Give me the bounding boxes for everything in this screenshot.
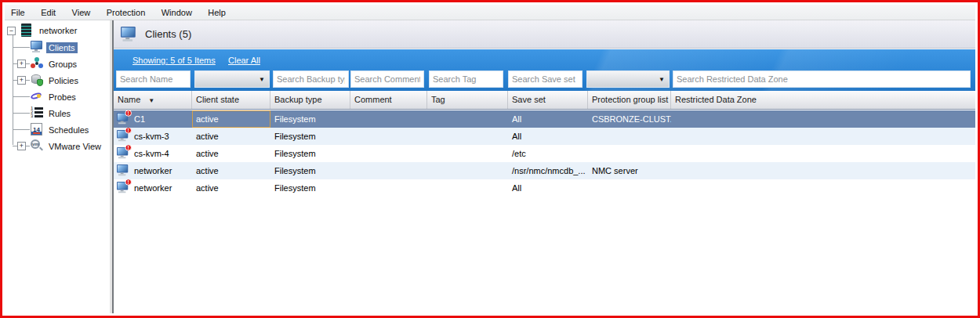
client-state-filter-dropdown[interactable]: ▼ bbox=[194, 70, 270, 88]
restricted-data-zone-cell[interactable] bbox=[671, 128, 975, 145]
alert-icon: ! bbox=[125, 128, 132, 134]
expand-toggle-icon[interactable]: + bbox=[17, 60, 26, 68]
protection-group-cell[interactable]: CSBRONZE-CLUST... bbox=[588, 110, 671, 128]
expand-toggle-icon[interactable]: + bbox=[17, 142, 26, 150]
restricted-data-zone-cell[interactable] bbox=[671, 162, 975, 179]
tag-cell[interactable] bbox=[427, 162, 508, 179]
protection-group-cell[interactable] bbox=[588, 179, 671, 197]
client-name-cell[interactable]: ! networker bbox=[114, 162, 192, 179]
client-name-cell[interactable]: ! cs-kvm-4 bbox=[114, 145, 192, 162]
client-icon: ! bbox=[117, 182, 129, 193]
column-header-name[interactable]: Name▼ bbox=[114, 91, 192, 109]
client-state-cell[interactable]: active bbox=[192, 162, 270, 179]
save-set-cell[interactable]: All bbox=[508, 179, 588, 197]
collapse-toggle-icon[interactable]: − bbox=[7, 27, 16, 35]
search-save-set-input[interactable] bbox=[508, 70, 583, 88]
menu-file[interactable]: File bbox=[5, 5, 31, 21]
table-row[interactable]: ! networker active Filesystem All bbox=[114, 179, 975, 197]
client-name-cell[interactable]: ! networker bbox=[114, 179, 192, 197]
sidebar-item-policies[interactable]: + Policies bbox=[5, 72, 110, 89]
search-name-input[interactable] bbox=[116, 70, 191, 88]
alert-icon: ! bbox=[125, 145, 132, 151]
chevron-down-icon: ▼ bbox=[259, 77, 265, 83]
table-row[interactable]: ! cs-kvm-3 active Filesystem All bbox=[114, 128, 975, 145]
comment-cell[interactable] bbox=[350, 128, 427, 145]
column-header-tag[interactable]: Tag bbox=[427, 91, 508, 109]
column-header-restricted-data-zone[interactable]: Restricted Data Zone bbox=[671, 91, 975, 109]
clients-table: ! C1 active Filesystem All CSBRONZE-CLUS… bbox=[114, 110, 975, 197]
table-row[interactable]: ! cs-kvm-4 active Filesystem /etc bbox=[114, 145, 975, 162]
app-window: File Edit View Protection Window Help − … bbox=[0, 0, 980, 318]
clear-all-link[interactable]: Clear All bbox=[228, 56, 260, 65]
save-set-cell[interactable]: /nsr/nmc/nmcdb_... bbox=[508, 162, 588, 179]
protection-group-filter-dropdown[interactable]: ▼ bbox=[586, 70, 670, 88]
tree-root-networker[interactable]: − networker bbox=[5, 23, 110, 38]
navigation-tree-panel: − networker Clients + Groups bbox=[5, 20, 112, 313]
client-icon: ! bbox=[117, 113, 129, 124]
table-header-row: Name▼ Client state Backup type Comment T… bbox=[114, 91, 975, 110]
save-set-cell[interactable]: /etc bbox=[508, 145, 588, 162]
restricted-data-zone-cell[interactable] bbox=[671, 145, 975, 162]
server-icon bbox=[21, 23, 34, 37]
search-tag-input[interactable] bbox=[429, 70, 503, 88]
tag-cell[interactable] bbox=[427, 128, 508, 145]
save-set-cell[interactable]: All bbox=[508, 110, 588, 128]
table-row[interactable]: ! C1 active Filesystem All CSBRONZE-CLUS… bbox=[114, 110, 975, 128]
search-restricted-data-zone-input[interactable] bbox=[673, 70, 971, 88]
protection-group-cell[interactable] bbox=[588, 128, 671, 145]
sidebar-item-rules[interactable]: 1 2 3 Rules bbox=[5, 105, 110, 121]
column-header-backup-type[interactable]: Backup type bbox=[270, 91, 350, 109]
backup-type-cell[interactable]: Filesystem bbox=[270, 128, 350, 145]
client-state-cell[interactable]: active bbox=[192, 110, 270, 128]
search-backup-type-input[interactable] bbox=[273, 70, 349, 88]
comment-cell[interactable] bbox=[350, 145, 427, 162]
tag-cell[interactable] bbox=[427, 110, 508, 128]
column-header-comment[interactable]: Comment bbox=[350, 91, 427, 109]
restricted-data-zone-cell[interactable] bbox=[671, 179, 975, 197]
sidebar-item-label: Clients bbox=[46, 42, 78, 53]
sidebar-item-groups[interactable]: + Groups bbox=[5, 56, 110, 72]
menu-help[interactable]: Help bbox=[201, 5, 232, 21]
backup-type-cell[interactable]: Filesystem bbox=[270, 162, 350, 179]
client-icon: ! bbox=[117, 130, 129, 141]
alert-icon: ! bbox=[125, 179, 132, 186]
sidebar-item-label: VMware View bbox=[46, 141, 103, 152]
client-icon: ! bbox=[117, 164, 129, 175]
column-header-save-set[interactable]: Save set bbox=[508, 91, 588, 109]
save-set-cell[interactable]: All bbox=[508, 128, 588, 145]
search-comment-input[interactable] bbox=[350, 70, 424, 88]
sidebar-item-probes[interactable]: Probes bbox=[5, 89, 110, 105]
client-state-cell[interactable]: active bbox=[192, 179, 270, 197]
backup-type-cell[interactable]: Filesystem bbox=[270, 145, 350, 162]
restricted-data-zone-cell[interactable] bbox=[671, 110, 975, 128]
clients-monitor-icon bbox=[31, 41, 44, 54]
client-name-cell[interactable]: ! C1 bbox=[114, 110, 192, 128]
sidebar-item-vmware-view[interactable]: + vm VMware View bbox=[5, 138, 110, 154]
sidebar-item-schedules[interactable]: 14 Schedules bbox=[5, 121, 110, 138]
comment-cell[interactable] bbox=[350, 110, 427, 128]
probes-icon bbox=[31, 90, 44, 103]
expand-toggle-icon[interactable]: + bbox=[17, 76, 26, 85]
column-header-client-state[interactable]: Client state bbox=[192, 91, 270, 109]
tag-cell[interactable] bbox=[427, 179, 508, 197]
backup-type-cell[interactable]: Filesystem bbox=[270, 110, 350, 128]
client-name-cell[interactable]: ! cs-kvm-3 bbox=[114, 128, 192, 145]
comment-cell[interactable] bbox=[350, 179, 427, 197]
tag-cell[interactable] bbox=[427, 145, 508, 162]
protection-group-cell[interactable] bbox=[588, 145, 671, 162]
policies-icon bbox=[31, 74, 44, 87]
table-row[interactable]: ! networker active Filesystem /nsr/nmc/n… bbox=[114, 162, 975, 179]
menu-edit[interactable]: Edit bbox=[34, 5, 62, 21]
client-state-cell[interactable]: active bbox=[192, 128, 270, 145]
backup-type-cell[interactable]: Filesystem bbox=[270, 179, 350, 197]
comment-cell[interactable] bbox=[350, 162, 427, 179]
menu-protection[interactable]: Protection bbox=[100, 5, 152, 21]
column-header-protection-group-list[interactable]: Protection group list bbox=[588, 91, 671, 109]
menu-view[interactable]: View bbox=[66, 5, 97, 21]
showing-items-link[interactable]: Showing: 5 of 5 Items bbox=[132, 56, 216, 65]
client-state-cell[interactable]: active bbox=[192, 145, 270, 162]
protection-group-cell[interactable]: NMC server bbox=[588, 162, 671, 179]
tree-root-label: networker bbox=[37, 25, 79, 36]
sidebar-item-clients[interactable]: Clients bbox=[5, 39, 110, 56]
menu-window[interactable]: Window bbox=[155, 5, 198, 21]
